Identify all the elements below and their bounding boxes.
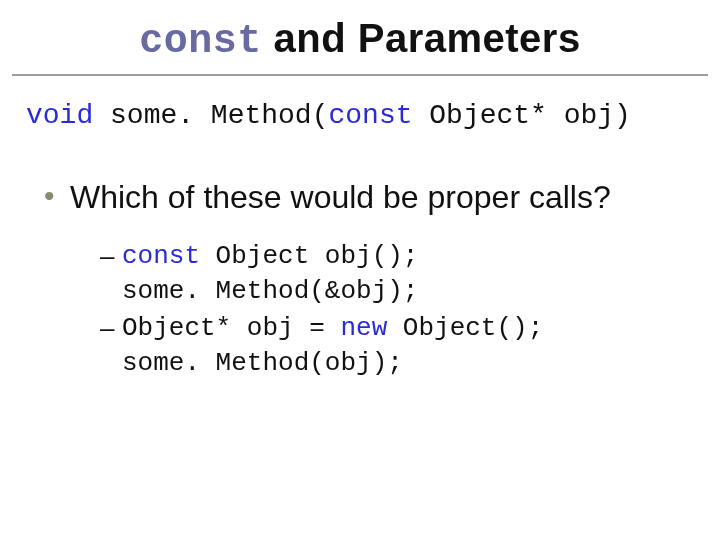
bullet-text: Which of these would be proper calls? — [70, 179, 611, 215]
signature-text-1: some. Method( — [93, 100, 328, 131]
signature-line: void some. Method(const Object* obj) — [26, 100, 720, 131]
slide-body: Which of these would be proper calls? co… — [40, 177, 680, 381]
signature-kw-const: const — [328, 100, 412, 131]
bullet-list: Which of these would be proper calls? co… — [40, 177, 680, 381]
slide-title: const and Parameters — [0, 0, 720, 74]
bullet-item: Which of these would be proper calls? co… — [40, 177, 680, 381]
option-1-rest: Object obj(); — [200, 241, 418, 271]
slide: const and Parameters void some. Method(c… — [0, 0, 720, 540]
option-2-post: Object(); — [387, 313, 543, 343]
option-2-kw: new — [340, 313, 387, 343]
option-2-pre: Object* obj = — [122, 313, 340, 343]
option-1-line2: some. Method(&obj); — [122, 274, 680, 309]
option-2: Object* obj = new Object(); some. Method… — [100, 311, 680, 381]
option-1: const Object obj(); some. Method(&obj); — [100, 239, 680, 309]
title-text: and Parameters — [262, 16, 581, 60]
signature-kw-void: void — [26, 100, 93, 131]
title-underline — [12, 74, 708, 76]
signature-text-2: Object* obj) — [412, 100, 630, 131]
title-keyword: const — [139, 19, 262, 64]
option-2-line2: some. Method(obj); — [122, 346, 680, 381]
option-1-kw: const — [122, 241, 200, 271]
options-list: const Object obj(); some. Method(&obj); … — [100, 239, 680, 381]
